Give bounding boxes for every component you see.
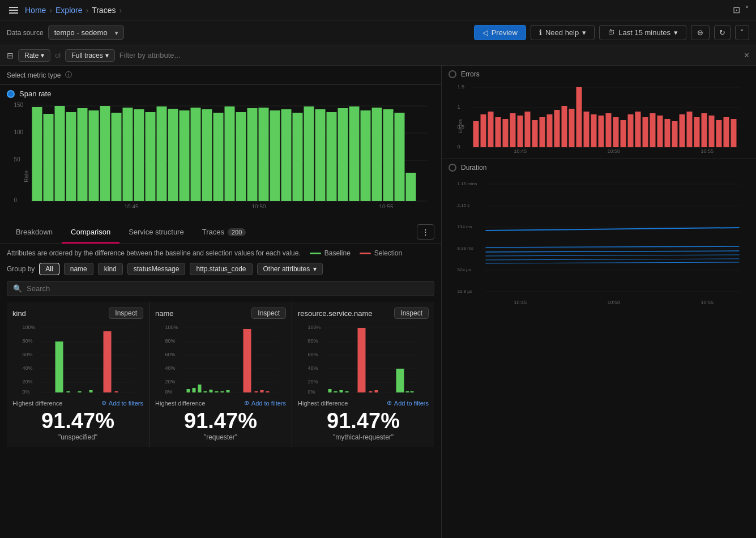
inspect-kind-button[interactable]: Inspect [109,308,143,319]
svg-rect-79 [204,391,207,392]
svg-rect-150 [702,113,707,147]
svg-rect-11 [55,106,65,201]
svg-rect-37 [349,106,360,201]
add-filter-resource-button[interactable]: ⊕ Add to filters [387,399,429,407]
zoom-icon: ⊖ [697,28,703,37]
zoom-button[interactable]: ⊖ [691,25,710,40]
help-chevron-icon: ▾ [582,28,586,37]
more-button[interactable]: ˅ [735,25,749,40]
span-rate-label[interactable]: Span rate [7,89,434,98]
search-bar: 🔍 [7,281,434,296]
svg-rect-10 [44,114,54,201]
nav-right: ⊡ ˅ [733,5,749,15]
add-filter-name-button[interactable]: ⊕ Add to filters [244,399,286,407]
full-traces-chip[interactable]: Full traces ▾ [65,49,114,62]
highest-diff-label-resource: Highest difference [298,400,348,407]
refresh-button[interactable]: ↻ [714,25,731,40]
traces-link[interactable]: Traces [92,6,116,15]
span-rate-svg: 150 100 50 0 Rate [7,100,434,208]
svg-rect-129 [547,114,553,147]
svg-text:40%: 40% [308,365,318,371]
svg-text:0%: 0% [165,389,173,395]
group-chip-name[interactable]: name [64,263,93,275]
preview-icon: ◁ [482,28,488,37]
svg-rect-58 [55,341,63,392]
svg-rect-59 [67,391,70,392]
svg-rect-151 [709,116,715,147]
svg-rect-126 [525,112,531,147]
explore-link[interactable]: Explore [55,6,82,15]
svg-rect-123 [503,119,509,147]
svg-rect-82 [221,391,224,392]
group-chip-all[interactable]: All [39,263,59,275]
svg-text:80%: 80% [308,338,318,344]
filter-input[interactable] [119,51,740,59]
svg-rect-140 [628,114,634,147]
nav-chevron-icon[interactable]: ˅ [745,5,749,15]
highest-diff-row-kind: Highest difference ⊕ Add to filters [12,399,143,407]
card-resource-title: resource.service.name [298,309,373,318]
svg-rect-27 [236,112,246,201]
svg-text:10:50: 10:50 [608,300,621,305]
card-name: name Inspect 100% 80% 60% 40% 20% 0% [150,302,292,447]
svg-rect-100 [328,389,332,392]
svg-rect-76 [187,389,190,392]
clock-icon: ⏱ [608,28,615,37]
kind-sublabel: "unspecified" [12,433,143,441]
svg-rect-31 [281,109,292,201]
tab-comparison[interactable]: Comparison [62,221,119,244]
share-button[interactable]: ⋮ [417,224,434,240]
filter-icon: ⊟ [7,51,14,60]
help-button[interactable]: ℹ Need help ▾ [531,25,595,40]
resource-percentage: 91.47% [298,409,429,433]
svg-line-170 [486,228,740,230]
svg-text:60%: 60% [23,352,33,357]
svg-rect-78 [198,385,202,392]
svg-rect-105 [369,391,373,392]
group-by-row: Group by All name kind statusMessage htt… [7,263,434,275]
tab-service-structure[interactable]: Service structure [119,221,193,244]
inspect-name-button[interactable]: Inspect [251,308,286,319]
group-chip-kind[interactable]: kind [98,263,123,275]
svg-rect-142 [643,117,648,147]
home-link[interactable]: Home [25,6,46,15]
other-attributes-dropdown[interactable]: Other attributes ▾ [257,263,323,275]
span-rate-radio[interactable] [7,90,15,98]
svg-rect-154 [731,119,737,147]
tabs-bar: Breakdown Comparison Service structure T… [0,221,441,244]
errors-radio[interactable] [449,70,456,78]
svg-text:0%: 0% [308,389,315,395]
svg-rect-35 [327,112,337,201]
tab-breakdown[interactable]: Breakdown [7,221,62,244]
svg-text:Errors: Errors [458,119,463,133]
add-filter-kind-button[interactable]: ⊕ Add to filters [101,399,143,407]
hamburger-menu[interactable] [7,5,20,16]
svg-rect-148 [687,112,693,147]
duration-radio[interactable] [449,164,456,172]
tab-traces[interactable]: Traces 200 [193,221,255,244]
preview-button[interactable]: ◁ Preview [474,25,526,40]
group-chip-http-status[interactable]: http.status_code [190,263,252,275]
data-source-select[interactable]: tempo - sedemo [48,25,124,40]
name-percentage: 91.47% [155,409,286,433]
svg-text:2.15 s: 2.15 s [458,203,470,208]
card-kind-footer: Highest difference ⊕ Add to filters 91.4… [12,399,143,441]
svg-text:10:55: 10:55 [379,204,394,208]
time-range-button[interactable]: ⏱ Last 15 minutes ▾ [599,25,686,40]
baseline-legend: Baseline [310,249,351,257]
svg-line-175 [486,262,740,263]
svg-text:20%: 20% [23,379,33,385]
filter-close-icon[interactable]: × [744,50,749,61]
rate-chip[interactable]: Rate ▾ [18,49,50,62]
inspect-resource-button[interactable]: Inspect [394,308,429,319]
duration-chart-panel: Duration 1.15 mins 2.15 s 134 ms 8.39 ms… [442,159,756,538]
svg-line-173 [486,255,740,256]
search-input[interactable] [27,284,428,293]
svg-text:524 μs: 524 μs [458,267,471,272]
svg-rect-136 [599,116,604,147]
svg-rect-21 [168,109,178,201]
svg-rect-135 [591,114,597,147]
svg-rect-17 [123,108,133,201]
group-chip-statusmessage[interactable]: statusMessage [127,263,186,275]
svg-text:0%: 0% [23,389,30,395]
